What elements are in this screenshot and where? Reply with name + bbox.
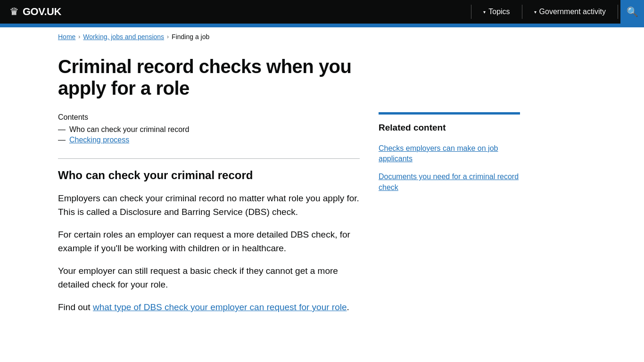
contents-item-2-link[interactable]: Checking process — [69, 136, 129, 144]
contents-dash-1: — — [58, 125, 66, 134]
paragraph-1: Employers can check your criminal record… — [58, 192, 360, 219]
topics-label: Topics — [488, 8, 510, 16]
crown-icon: ♛ — [9, 6, 19, 18]
search-button[interactable]: 🔍 — [620, 0, 644, 24]
contents-label: Contents — [58, 113, 360, 122]
related-link-item-2: Documents you need for a criminal record… — [379, 172, 520, 193]
gov-activity-button[interactable]: ▾ Government activity — [525, 0, 615, 24]
contents-list: — Who can check your criminal record — C… — [58, 125, 360, 144]
paragraph-4-after: . — [347, 302, 349, 312]
breadcrumb-current: Finding a job — [172, 33, 209, 41]
nav-divider — [471, 5, 471, 19]
header-nav: ▾ Topics ▾ Government activity 🔍 — [469, 0, 644, 24]
section-divider — [58, 158, 360, 159]
paragraph-4: Find out what type of DBS check your emp… — [58, 301, 360, 314]
related-link-2[interactable]: Documents you need for a criminal record… — [379, 173, 519, 191]
gov-activity-chevron-icon: ▾ — [534, 9, 537, 15]
site-header: ♛ GOV.UK ▾ Topics ▾ Government activity … — [0, 0, 644, 24]
topics-button[interactable]: ▾ Topics — [474, 0, 519, 24]
page-title: Criminal record checks when you apply fo… — [58, 56, 360, 99]
nav-divider-2 — [522, 5, 522, 19]
search-icon: 🔍 — [627, 6, 638, 17]
gov-activity-label: Government activity — [539, 8, 606, 16]
logo-area: ♛ GOV.UK — [0, 6, 469, 18]
contents-dash-2: — — [58, 136, 66, 144]
breadcrumb-sep-1: › — [78, 33, 80, 40]
related-link-1[interactable]: Checks employers can make on job applica… — [379, 144, 498, 163]
paragraph-3: Your employer can still request a basic … — [58, 264, 360, 291]
main-wrapper: Criminal record checks when you apply fo… — [49, 46, 595, 343]
related-link-item-1: Checks employers can make on job applica… — [379, 143, 520, 165]
paragraph-2: For certain roles an employer can reques… — [58, 228, 360, 255]
nav-divider-3 — [618, 5, 618, 19]
related-title: Related content — [379, 122, 520, 134]
contents-section: Contents — Who can check your criminal r… — [58, 113, 360, 144]
breadcrumb-home[interactable]: Home — [58, 33, 75, 41]
topics-chevron-icon: ▾ — [483, 9, 486, 15]
contents-item-2: — Checking process — [58, 136, 360, 144]
breadcrumb-wrapper: Home › Working, jobs and pensions › Find… — [49, 27, 595, 46]
govuk-logo[interactable]: GOV.UK — [23, 6, 61, 18]
section-heading: Who can check your criminal record — [58, 168, 360, 182]
related-content: Related content Checks employers can mak… — [379, 112, 520, 193]
contents-item-1: — Who can check your criminal record — [58, 125, 360, 134]
breadcrumb-sep-2: › — [167, 33, 169, 40]
breadcrumb-working[interactable]: Working, jobs and pensions — [83, 33, 164, 41]
main-content: Criminal record checks when you apply fo… — [58, 56, 360, 324]
sidebar: Related content Checks employers can mak… — [379, 56, 520, 324]
accent-bar — [0, 24, 644, 27]
contents-item-1-text: Who can check your criminal record — [69, 125, 189, 134]
dbs-check-link[interactable]: what type of DBS check your employer can… — [93, 302, 347, 312]
paragraph-4-before: Find out — [58, 302, 93, 312]
breadcrumb: Home › Working, jobs and pensions › Find… — [58, 33, 586, 41]
related-links-list: Checks employers can make on job applica… — [379, 143, 520, 193]
